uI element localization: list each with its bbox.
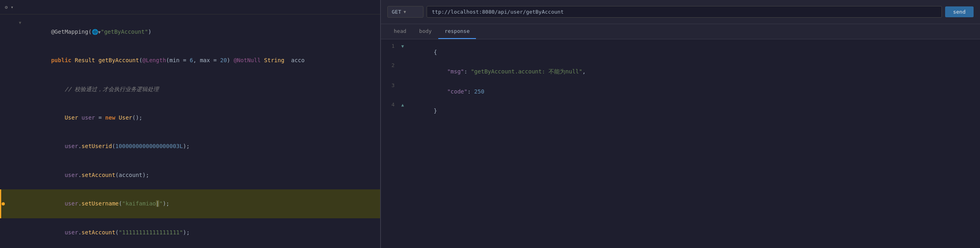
variable: user (81, 114, 95, 121)
plain: ( (112, 143, 115, 149)
plain (51, 200, 65, 207)
variable: user (65, 172, 78, 178)
string-value: "getByAccount" (101, 28, 148, 35)
line-code: user.setUsername("kaifamiao|"); (24, 189, 377, 218)
comma: , (582, 68, 585, 75)
code-line: User user = new User(); (0, 104, 380, 132)
plain: ); (183, 229, 190, 236)
fold-open-icon[interactable]: ▼ (401, 44, 404, 49)
plain: (account); (115, 172, 149, 178)
code-line: user.setAccount("11111111111111111"); (0, 218, 380, 247)
code-line: ▼ @GetMapping(🌐▼"getByAccount") (0, 18, 380, 46)
breadcrumb: ⚙ ▾ (5, 4, 14, 10)
code-line-highlighted: user.setUsername("kaifamiao|"); (0, 189, 380, 218)
plain (433, 68, 447, 75)
comment: // 校验通过，才会执行业务逻辑处理 (51, 86, 159, 92)
keyword: public (51, 57, 75, 63)
string-value: "kaifamiao (122, 200, 156, 207)
api-toolbar: GET ▼ send (381, 0, 980, 24)
line-code: user.setAccount(account); (24, 161, 377, 189)
response-code: "msg": "getByAccount.account: 不能为null", (407, 62, 977, 82)
code-content: ▼ @GetMapping(🌐▼"getByAccount") public R… (0, 14, 380, 248)
annotation: @Length (142, 57, 166, 63)
plain: ); (163, 200, 170, 207)
number: 20 (220, 57, 227, 63)
response-line: 1 ▼ { (381, 43, 980, 62)
breadcrumb-icon: ⚙ ▾ (5, 4, 14, 10)
api-tabs: head body response (381, 24, 980, 39)
api-panel: GET ▼ send head body response 1 ▼ { (381, 0, 980, 248)
line-code: User user = new User(); (24, 104, 377, 132)
line-code: // 校验通过，才会执行业务逻辑处理 (24, 75, 377, 104)
cursor: | (156, 200, 159, 207)
keyword: new (105, 114, 119, 121)
variable: user (65, 200, 78, 207)
method-name: getByAccount (98, 57, 139, 63)
class-name: User (65, 114, 81, 121)
variable: user (65, 143, 78, 149)
fold-close-icon[interactable]: ▲ (401, 102, 404, 108)
plain: ) (227, 57, 234, 63)
line-code: @GetMapping(🌐▼"getByAccount") (24, 18, 377, 46)
tab-response[interactable]: response (438, 24, 476, 39)
line-code: public Result getByAccount(@Length(min =… (24, 46, 377, 75)
plain: (min = (166, 57, 190, 63)
method-call: setUserid (81, 143, 112, 149)
plain (51, 229, 65, 236)
number: 1000000000000000003L (115, 143, 183, 149)
class-name: String (264, 57, 288, 63)
json-number: 250 (474, 88, 484, 95)
plain: , max = (193, 57, 220, 63)
number: 6 (190, 57, 193, 63)
url-input[interactable] (427, 6, 942, 18)
response-line-number: 3 (384, 82, 399, 88)
globe-icon: 🌐 (92, 29, 98, 35)
method-select[interactable]: GET ▼ (387, 6, 423, 18)
plain (51, 114, 65, 121)
code-line: // 校验通过，才会执行业务逻辑处理 (0, 75, 380, 104)
response-line-number: 2 (384, 62, 399, 68)
response-code: { (407, 43, 977, 62)
plain (51, 172, 65, 178)
class-name: Result (75, 57, 98, 63)
method-call: setAccount (81, 229, 115, 236)
api-response: 1 ▼ { 2 "msg": "getByAccount.account: 不能… (381, 39, 980, 248)
response-code: "code": 250 (407, 82, 977, 101)
send-button[interactable]: send (945, 6, 974, 17)
code-editor-panel: ⚙ ▾ ▼ @GetMapping(🌐▼"getByAccount") publ… (0, 0, 381, 248)
plain: = (95, 114, 105, 121)
code-line: user.setUserid(1000000000000000003L); (0, 132, 380, 161)
plain: acco (288, 57, 305, 63)
plain-text: ) (148, 28, 151, 35)
method-call: setUsername (81, 200, 119, 207)
string-value: "11111111111111111" (119, 229, 183, 236)
annotation: @NotNull (234, 57, 264, 63)
tab-head[interactable]: head (387, 24, 413, 39)
plain (51, 143, 65, 149)
json-key: "code" (447, 88, 468, 95)
code-line: public Result getByAccount(@Length(min =… (0, 46, 380, 75)
colon: : (468, 88, 474, 95)
plain: ( (139, 57, 142, 63)
string-value: " (159, 200, 162, 207)
annotation: @GetMapping( (51, 28, 91, 35)
colon: : (464, 68, 471, 75)
line-gutter: ▼ (16, 19, 24, 26)
plain: (); (132, 114, 142, 121)
plain: ( (115, 229, 119, 236)
plain: ); (183, 143, 190, 149)
resp-gutter: ▲ (399, 102, 407, 108)
line-code: user.setUserid(1000000000000000003L); (24, 132, 377, 161)
method-call: setAccount (81, 172, 115, 178)
method-value: GET (392, 9, 401, 15)
variable: user (65, 229, 78, 236)
response-line-number: 1 (384, 43, 399, 49)
brace: { (433, 49, 437, 55)
response-code: } (407, 101, 977, 120)
fold-arrow[interactable]: ▼ (19, 19, 21, 26)
response-line: 2 "msg": "getByAccount.account: 不能为null"… (381, 62, 980, 82)
chevron-down-icon: ▼ (403, 10, 406, 14)
code-line: user.setAccount(account); (0, 161, 380, 189)
tab-body[interactable]: body (413, 24, 438, 39)
json-string: "getByAccount.account: 不能为null" (471, 68, 582, 75)
